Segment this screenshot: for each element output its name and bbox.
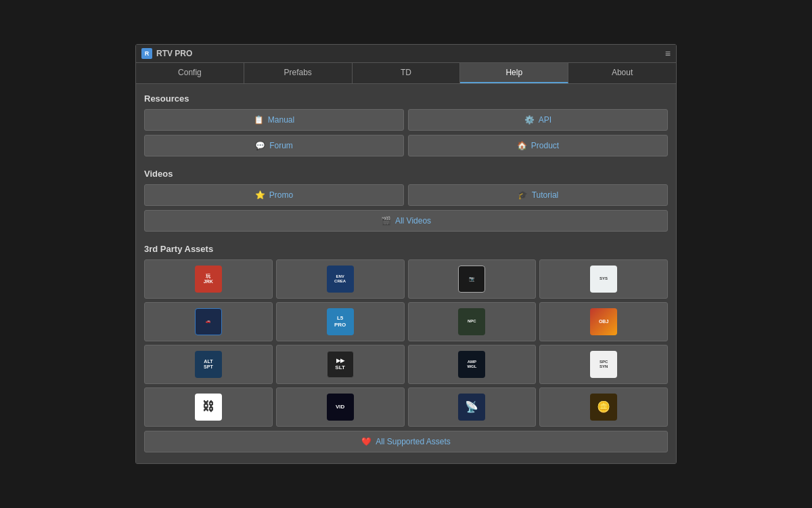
main-window: R RTV PRO ≡ Config Prefabs TD Help About…	[135, 44, 677, 464]
asset-9[interactable]: ▶▶SLT	[276, 345, 405, 384]
asset-8[interactable]: ALTSPT	[144, 345, 273, 384]
tutorial-label: Tutorial	[532, 190, 559, 200]
tab-bar: Config Prefabs TD Help About	[136, 63, 676, 84]
tutorial-button[interactable]: 🎓 Tutorial	[408, 184, 668, 206]
asset-12[interactable]: ⛓	[144, 387, 273, 427]
asset-icon-9: ▶▶SLT	[327, 351, 354, 378]
manual-button[interactable]: 📋 Manual	[144, 109, 404, 131]
all-assets-label: All Supported Assets	[376, 437, 451, 446]
manual-label: Manual	[268, 115, 294, 125]
all-videos-button[interactable]: 🎬 All Videos	[144, 210, 668, 232]
resources-section-title: Resources	[144, 93, 668, 104]
promo-icon: ⭐	[255, 190, 265, 200]
asset-5[interactable]: L5PRO	[276, 302, 405, 341]
asset-13[interactable]: VID	[276, 387, 405, 427]
app-title: RTV PRO	[156, 49, 192, 58]
resources-row-1: 📋 Manual ⚙️ API	[144, 109, 668, 131]
resources-row-2: 💬 Forum 🏠 Product	[144, 135, 668, 156]
manual-icon: 📋	[254, 115, 264, 125]
divider-2	[144, 236, 668, 241]
asset-3[interactable]: SYS	[539, 259, 668, 299]
all-videos-icon: 🎬	[381, 216, 391, 226]
asset-14[interactable]: 📡	[408, 387, 537, 427]
product-button[interactable]: 🏠 Product	[408, 135, 668, 156]
asset-icon-3: SYS	[590, 266, 617, 293]
tab-about[interactable]: About	[568, 63, 676, 83]
title-bar-left: R RTV PRO	[141, 48, 192, 59]
all-assets-icon: ❤️	[361, 437, 371, 446]
asset-7[interactable]: OBJ	[539, 302, 668, 341]
promo-label: Promo	[269, 190, 293, 200]
all-videos-label: All Videos	[395, 216, 431, 226]
forum-button[interactable]: 💬 Forum	[144, 135, 404, 156]
asset-icon-2: 📷	[458, 266, 485, 293]
tab-help[interactable]: Help	[460, 63, 568, 83]
tab-td[interactable]: TD	[353, 63, 461, 83]
tutorial-icon: 🎓	[518, 190, 528, 200]
asset-icon-11: SPCSYN	[590, 351, 617, 378]
assets-grid: 玩JRK ENVCREA 📷 SYS 🚗 L5PRO NPC OBJ	[144, 259, 668, 427]
app-icon: R	[141, 48, 152, 59]
asset-6[interactable]: NPC	[408, 302, 537, 341]
forum-label: Forum	[269, 141, 293, 150]
asset-icon-15: 🪙	[590, 394, 617, 421]
product-icon: 🏠	[517, 141, 527, 150]
title-bar: R RTV PRO ≡	[136, 45, 676, 63]
asset-icon-0: 玩JRK	[195, 266, 222, 293]
asset-icon-7: OBJ	[590, 308, 617, 335]
asset-icon-13: VID	[327, 394, 354, 421]
product-label: Product	[531, 141, 559, 150]
asset-15[interactable]: 🪙	[539, 387, 668, 427]
asset-2[interactable]: 📷	[408, 259, 537, 299]
asset-10[interactable]: AMPWGL	[408, 345, 537, 384]
asset-11[interactable]: SPCSYN	[539, 345, 668, 384]
asset-icon-14: 📡	[458, 394, 485, 421]
api-button[interactable]: ⚙️ API	[408, 109, 668, 131]
asset-4[interactable]: 🚗	[144, 302, 273, 341]
api-label: API	[539, 115, 551, 125]
asset-0[interactable]: 玩JRK	[144, 259, 273, 299]
promo-button[interactable]: ⭐ Promo	[144, 184, 404, 206]
asset-icon-5: L5PRO	[327, 308, 354, 335]
content-area: Resources 📋 Manual ⚙️ API 💬 Forum 🏠 Prod…	[136, 84, 676, 463]
asset-icon-1: ENVCREA	[327, 266, 354, 293]
window-controls[interactable]: ≡	[665, 48, 671, 59]
asset-icon-4: 🚗	[195, 308, 222, 335]
api-icon: ⚙️	[524, 115, 535, 125]
videos-row-1: ⭐ Promo 🎓 Tutorial	[144, 184, 668, 206]
asset-icon-6: NPC	[458, 308, 485, 335]
asset-icon-8: ALTSPT	[195, 351, 222, 378]
divider-1	[144, 161, 668, 166]
asset-icon-12: ⛓	[195, 394, 222, 421]
all-assets-button[interactable]: ❤️ All Supported Assets	[144, 431, 668, 452]
asset-1[interactable]: ENVCREA	[276, 259, 405, 299]
tab-prefabs[interactable]: Prefabs	[244, 63, 353, 83]
videos-section-title: Videos	[144, 169, 668, 179]
assets-section-title: 3rd Party Assets	[144, 244, 668, 254]
tab-config[interactable]: Config	[136, 63, 244, 83]
forum-icon: 💬	[255, 141, 265, 150]
asset-icon-10: AMPWGL	[458, 351, 485, 378]
